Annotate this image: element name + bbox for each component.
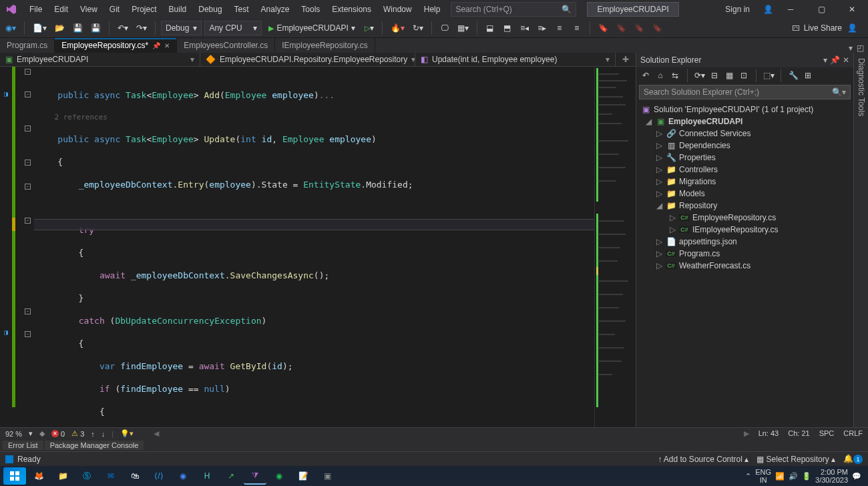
prev-bookmark-button[interactable]: 🔖: [614, 21, 629, 35]
run-no-debug-button[interactable]: ▷▾: [362, 21, 377, 35]
warnings-count[interactable]: ⚠3: [71, 429, 84, 438]
tree-properties[interactable]: ▷🔧Properties: [636, 152, 853, 164]
tree-migrations[interactable]: ▷📁Migrations: [636, 176, 853, 188]
menu-test[interactable]: Test: [229, 2, 254, 17]
hot-reload-button[interactable]: 🔥▾: [388, 21, 407, 35]
menu-build[interactable]: Build: [164, 2, 192, 17]
platform-dropdown[interactable]: Any CPU▾: [204, 21, 262, 35]
tb-icon-2[interactable]: ⬓: [483, 21, 497, 35]
tab-iemployeerepo[interactable]: IEmployeeRepository.cs: [275, 38, 375, 53]
outline-collapse-icon[interactable]: -: [25, 160, 31, 166]
prev-issue-button[interactable]: ↑: [91, 430, 95, 438]
solution-node[interactable]: ▣ Solution 'EmployeeCRUDAPI' (1 of 1 pro…: [636, 103, 853, 115]
tab-employeescontroller[interactable]: EmployeesController.cs: [177, 38, 275, 53]
outline-collapse-icon[interactable]: -: [25, 331, 31, 337]
tab-error-list[interactable]: Error List: [3, 441, 43, 450]
se-wrench-icon[interactable]: 🔧: [788, 70, 799, 81]
next-bookmark-button[interactable]: 🔖: [632, 21, 647, 35]
errors-count[interactable]: ✕0: [51, 430, 65, 438]
se-back-icon[interactable]: ↶: [640, 70, 651, 81]
indent-less-button[interactable]: ≡◂: [517, 21, 532, 35]
save-all-button[interactable]: 💾: [88, 21, 103, 35]
start-button[interactable]: [3, 467, 26, 485]
nav-project-dropdown[interactable]: ▣ EmployeeCRUDAPI▾: [0, 53, 200, 66]
tree-dependencies[interactable]: ▷▥Dependencies: [636, 140, 853, 152]
menu-window[interactable]: Window: [378, 2, 417, 17]
tray-chevron-icon[interactable]: ⌃: [745, 472, 751, 481]
hscroll-right[interactable]: ▶: [744, 429, 749, 438]
se-search-input[interactable]: Search Solution Explorer (Ctrl+;) 🔍▾: [639, 85, 851, 99]
menu-tools[interactable]: Tools: [296, 2, 325, 17]
tool-dropdown-icon[interactable]: ▾: [823, 55, 827, 65]
tab-program[interactable]: Program.cs: [0, 38, 55, 53]
se-showall-icon[interactable]: ▦: [724, 70, 734, 81]
tb-icon-1[interactable]: ▦▾: [455, 21, 471, 35]
redo-button[interactable]: ↷▾: [134, 21, 150, 35]
clock[interactable]: 2:00 PM3/30/2023: [815, 468, 848, 484]
vscode-icon[interactable]: ⟨/⟩: [148, 467, 170, 485]
wifi-icon[interactable]: 📶: [775, 472, 785, 481]
menu-extensions[interactable]: Extensions: [327, 2, 377, 17]
feedback-button[interactable]: 👤: [845, 21, 860, 35]
nav-add-button[interactable]: ✚: [616, 53, 636, 66]
chrome-icon[interactable]: ◉: [172, 467, 194, 485]
code-editor[interactable]: public async Task<Employee> Add(Employee…: [34, 67, 594, 427]
undo-button[interactable]: ↶▾: [115, 21, 131, 35]
firefox-icon[interactable]: 🦊: [27, 467, 50, 485]
menu-project[interactable]: Project: [126, 2, 162, 17]
maximize-button[interactable]: ▢: [808, 0, 835, 19]
uncomment-button[interactable]: ≡: [570, 21, 584, 35]
project-node[interactable]: ◢ ▣ EmployeeCRUDAPI: [636, 115, 853, 128]
se-sync2-icon[interactable]: ⟳▾: [694, 70, 705, 81]
volume-icon[interactable]: 🔊: [789, 472, 798, 481]
add-to-source-control[interactable]: ↑ Add to Source Control ▴: [658, 455, 748, 464]
menu-analyze[interactable]: Analyze: [256, 2, 295, 17]
save-button[interactable]: 💾: [70, 21, 85, 35]
se-collapse-icon[interactable]: ⊟: [709, 70, 720, 81]
explorer-icon[interactable]: 📁: [51, 467, 74, 485]
menu-help[interactable]: Help: [419, 2, 446, 17]
skype-icon[interactable]: Ⓢ: [75, 467, 98, 485]
close-button[interactable]: ✕: [839, 0, 865, 19]
terminal-icon[interactable]: ▣: [316, 467, 339, 485]
tree-models[interactable]: ▷📁Models: [636, 188, 853, 200]
nav-member-dropdown[interactable]: ◧ Update(int id, Employee employee)▾: [415, 53, 616, 66]
tool-pin-icon[interactable]: 📌: [830, 55, 840, 65]
store-icon[interactable]: 🛍: [124, 467, 146, 485]
tree-appsettings[interactable]: ▷📄appsettings.json: [636, 236, 853, 248]
se-view-icon[interactable]: ⬚▾: [763, 70, 774, 81]
tree-repository[interactable]: ◢📁Repository: [636, 200, 853, 212]
breakpoint-gutter[interactable]: ◨ ◨: [0, 67, 12, 427]
se-preview-icon[interactable]: ⊞: [803, 70, 813, 81]
open-file-button[interactable]: 📂: [52, 21, 67, 35]
indent-more-button[interactable]: ≡▸: [535, 21, 550, 35]
tabs-dropdown-icon[interactable]: ▾: [849, 43, 853, 53]
mail-icon[interactable]: ✉: [99, 467, 122, 485]
col-indicator[interactable]: Ch: 21: [788, 429, 809, 438]
tree-connected-services[interactable]: ▷🔗Connected Services: [636, 128, 853, 140]
line-col[interactable]: Ln: 43: [758, 429, 779, 438]
next-issue-button[interactable]: ↓: [101, 430, 105, 438]
browser-link-button[interactable]: 🖵: [437, 21, 452, 35]
notepad-icon[interactable]: 📝: [292, 467, 314, 485]
se-refresh-icon[interactable]: ⊡: [738, 70, 749, 81]
outline-collapse-icon[interactable]: -: [25, 91, 31, 97]
select-repository[interactable]: ▦ Select Repository ▴: [756, 455, 835, 464]
nav-class-dropdown[interactable]: 🔶 EmployeeCRUDAPI.Repository.EmployeeRep…: [200, 53, 415, 66]
se-sync-icon[interactable]: ⇆: [670, 70, 680, 81]
app-icon-h[interactable]: H: [196, 467, 218, 485]
refresh-button[interactable]: ↻▾: [410, 21, 426, 35]
eol-indicator[interactable]: CRLF: [843, 429, 863, 438]
tab-pmconsole[interactable]: Package Manager Console: [45, 441, 144, 450]
back-button[interactable]: ◉▾: [3, 21, 19, 35]
notifications-button[interactable]: 🔔1: [843, 454, 863, 464]
tree-controllers[interactable]: ▷📁Controllers: [636, 164, 853, 176]
minimize-button[interactable]: ─: [777, 0, 804, 19]
pin-icon[interactable]: 📌: [152, 42, 160, 49]
outline-collapse-icon[interactable]: -: [25, 218, 31, 224]
se-home-icon[interactable]: ⌂: [655, 70, 666, 81]
outline-collapse-icon[interactable]: -: [25, 308, 31, 314]
tb-icon-3[interactable]: ⬒: [500, 21, 515, 35]
battery-icon[interactable]: 🔋: [802, 472, 811, 481]
search-input[interactable]: Search (Ctrl+Q) 🔍: [451, 2, 576, 17]
